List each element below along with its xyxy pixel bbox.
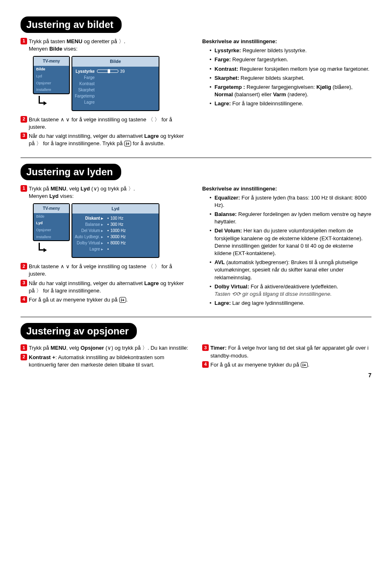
tv-label: Lagre (90, 247, 100, 251)
tv-label: Balanse (85, 222, 100, 227)
up-down-icon: ∧ ∨ (60, 263, 70, 269)
arrow-icon: ▸ (101, 222, 103, 227)
desc-heading: Beskrivelse av innstillingene: (202, 38, 371, 45)
normal-label: Normal (214, 91, 233, 97)
bullet-label: Lagre: (214, 300, 231, 306)
bullet-label: Fargetemp : (214, 84, 245, 90)
dot-icon: • (107, 221, 109, 227)
tv-label: Lysstyrke (75, 68, 95, 74)
tv-right-title: Lyd (72, 204, 159, 214)
text: vises: (60, 193, 74, 199)
down-arrow-icon: ∨ (107, 345, 111, 351)
tv-label: Dolby Virtual (77, 241, 100, 245)
dot: . (124, 38, 126, 44)
text: for å avslutte. (133, 140, 165, 146)
dot-icon: • (107, 240, 109, 246)
bullet-text: (automatisk lydbegrenser): Brukes til å … (214, 259, 358, 280)
tv-left-title: TV-meny (34, 57, 69, 66)
text: for å velge innstilling og tastene (71, 263, 146, 269)
bullet-text: Regulerer fordelingen av lyden mellom ve… (214, 211, 371, 225)
num-1-icon: 1 (21, 185, 27, 192)
num-2-icon: 2 (21, 263, 27, 269)
tv-left-item: Lyd (34, 220, 69, 227)
section3-right: 3 Timer: For å velge hvor lang tid det s… (202, 344, 371, 370)
bullet-label: Lysstyrke: (214, 47, 241, 53)
bent-arrow-icon (37, 96, 49, 108)
bullet-label: Equalizer: (214, 195, 240, 201)
tv-label: Lagre (75, 99, 95, 105)
tv-left-title: TV-meny (34, 204, 69, 213)
num-2-icon: 2 (21, 116, 27, 123)
text: (rødere). (288, 91, 309, 97)
right-arrow-icon: 〉 (36, 288, 42, 294)
bullet-label: Farge: (214, 56, 231, 63)
bullet-text: Regulerer bildets skarphet. (241, 75, 304, 81)
tv-value: 8000 Hz (111, 240, 126, 246)
text: Bruk tastene (29, 263, 59, 269)
tv-label: Skarphet (75, 87, 95, 93)
timer-label: Timer: (210, 345, 227, 351)
surround-icon: ⟲⟳ (232, 291, 241, 297)
lyd-label: Lyd (49, 193, 59, 199)
right-arrow-icon: 〉 (142, 345, 148, 351)
text: for å lagre innstillingene. (43, 288, 101, 294)
info-button-icon: i+ (301, 362, 308, 368)
section1-right: Beskrivelse av innstillingene: Lysstyrke… (202, 38, 371, 149)
bullet-text: Regulerer forskjellen mellom lyse og mør… (240, 66, 369, 72)
section2-left: 1 Trykk på MENU, velg Lyd (∨) og trykk p… (21, 185, 190, 309)
menu-label: MENU (67, 38, 82, 44)
bullet-label: AVL (214, 259, 225, 265)
info-button-icon: i+ (119, 297, 126, 303)
text: (balansert) eller (234, 91, 271, 97)
tv-value: 3000 Hz (111, 234, 126, 240)
arrow-icon: ▸ (101, 228, 103, 233)
text: . (308, 362, 309, 368)
text: , velg (66, 186, 79, 192)
dot-icon: • (107, 227, 109, 234)
opsjoner-label: Opsjoner (81, 345, 104, 351)
slider-icon (97, 70, 118, 73)
dot-icon: • (107, 246, 109, 252)
down-arrow-icon: ∨ (93, 186, 97, 192)
tv-right-title: Bilde (72, 57, 159, 66)
tv-left-item: Opsjoner (34, 227, 69, 234)
tv-label: Diskant (85, 216, 100, 221)
text: for å velge innstilling og tastene (71, 116, 146, 123)
bilde-label: Bilde (49, 46, 62, 52)
bullet-label: Lagre: (214, 100, 231, 107)
menu-label: MENU (51, 186, 66, 192)
tv-left-item: Bilde (34, 66, 69, 73)
text: , velg (66, 345, 79, 351)
right-arrow-icon: 〉 (119, 38, 124, 44)
lagre-label: Lagre (144, 280, 159, 286)
bullet-label: Dolby Virtual: (214, 283, 249, 290)
section-header-bildet: Justering av bildet (21, 16, 122, 33)
dot-icon: • (107, 234, 109, 240)
tv-left-item: Lyd (34, 73, 69, 80)
bullet-text: Regulerer fargestyrken. (232, 56, 288, 63)
varm-label: Varm (273, 91, 286, 97)
up-down-icon: ∧ ∨ (60, 116, 70, 123)
right-arrow-icon: 〉 (128, 186, 134, 192)
tv-label: Del Volum (81, 228, 100, 233)
tv-menu-diagram: TV-meny Bilde Lyd Opsjoner Installere Ly… (33, 203, 190, 258)
left-right-icon: 〈 〉 (148, 263, 160, 269)
text: For å gå ut av menyene trykker du på (210, 362, 299, 368)
num-1-icon: 1 (21, 344, 27, 351)
text: Når du har valgt innstilling, velger du … (29, 280, 143, 286)
section3-left: 1 Trykk på MENU, velg Opsjoner (∨) og tr… (21, 344, 190, 370)
menu-label: MENU (51, 345, 66, 351)
text: ) og trykk på (97, 186, 127, 192)
section-header-opsjoner: Justering av opsjoner (21, 323, 137, 339)
num-3-icon: 3 (21, 132, 27, 139)
text: For å velge hvor lang tid det skal gå fø… (210, 345, 369, 358)
text: ) og trykk på (111, 345, 141, 351)
text: Regulerer fargegjengivelsen: (247, 84, 315, 90)
kjolig-label: Kjølig (316, 84, 331, 90)
dot-icon: • (107, 215, 109, 221)
text: for å lagre innstillingene. Trykk på (43, 140, 123, 146)
tv-left-item: Bilde (34, 213, 69, 220)
text: Menyen (29, 46, 48, 52)
left-right-icon: 〈 〉 (148, 116, 160, 123)
bullet-text: For å aktivere/deaktivere lydeffekten. (251, 283, 338, 290)
